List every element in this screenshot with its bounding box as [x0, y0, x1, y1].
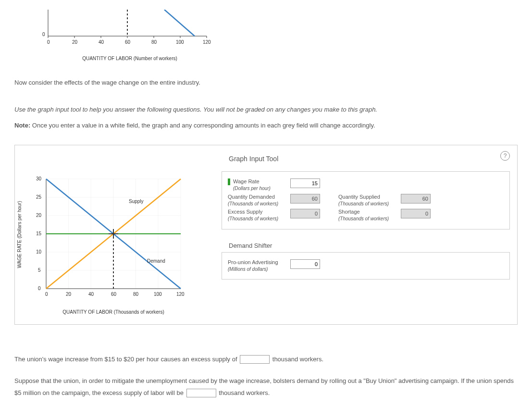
green-bar-icon — [228, 178, 230, 185]
xt0: 0 — [45, 292, 48, 297]
yt5: 5 — [38, 267, 41, 273]
top-x-20: 20 — [72, 39, 77, 45]
tool-col: Graph Input Tool Wage Rate (Dollars per … — [222, 155, 510, 315]
shifter-title: Demand Shifter — [229, 242, 510, 249]
supply-label: Supply — [129, 199, 144, 204]
xt20: 20 — [66, 292, 71, 297]
wage-rate-input[interactable] — [290, 178, 320, 188]
adv-sub: (Millions of dollars) — [228, 267, 268, 272]
top-x-40: 40 — [99, 39, 104, 45]
wage-rate-label: Wage Rate — [233, 178, 260, 184]
q2-b: thousand workers. — [217, 389, 270, 396]
shifter-group: Pro-union Advertising (Millions of dolla… — [222, 252, 510, 280]
yt15: 15 — [36, 231, 41, 236]
top-y-0: 0 — [42, 32, 45, 37]
graph-panel: WAGE RATE (Dollars per hour) — [14, 145, 518, 325]
xt80: 80 — [133, 292, 138, 297]
adv-label: Pro-union Advertising — [228, 259, 278, 265]
q1-pre: The union's wage increase from $15 to $2… — [14, 356, 239, 363]
adv-label-wrap: Pro-union Advertising (Millions of dolla… — [228, 259, 285, 273]
main-xaxis-label: QUANTITY OF LABOR (Thousands of workers) — [46, 309, 181, 315]
intro-line-2: Use the graph input tool to help you ans… — [14, 105, 518, 115]
main-chart-col: WAGE RATE (Dollars per hour) — [20, 155, 202, 315]
xt60: 60 — [111, 292, 116, 297]
top-x-100: 100 — [176, 39, 184, 45]
intro-line-3: Note: Once you enter a value in a white … — [14, 121, 518, 131]
note-prefix: Note: — [14, 122, 30, 129]
q1-input[interactable] — [240, 355, 270, 364]
question-1: The union's wage increase from $15 to $2… — [14, 354, 518, 366]
svg-line-9 — [164, 10, 195, 36]
yt30: 30 — [36, 176, 41, 181]
intro-line-1: Now consider the effects of the wage cha… — [14, 78, 518, 88]
excess-value: 0 — [290, 209, 320, 218]
qs-value: 60 — [401, 194, 431, 204]
tool-title: Graph Input Tool — [229, 155, 510, 163]
shortage-value: 0 — [401, 209, 431, 218]
shortage-label-wrap: Shortage (Thousands of workers) — [338, 209, 396, 222]
yt10: 10 — [36, 249, 41, 254]
excess-label: Excess Supply — [228, 209, 262, 215]
yt20: 20 — [36, 213, 41, 218]
top-chart: 0 0 20 40 60 80 100 120 QUANTITY OF LABO… — [29, 10, 518, 61]
question-2: Suppose that the union, in order to miti… — [14, 375, 518, 399]
qd-label-wrap: Quantity Demanded (Thousands of workers) — [228, 194, 285, 207]
market-group: Wage Rate (Dollars per hour) Quantity De… — [222, 171, 510, 229]
top-chart-svg — [29, 10, 211, 46]
qd-label: Quantity Demanded — [228, 194, 275, 200]
qd-sub: (Thousands of workers) — [228, 201, 278, 206]
main-chart-svg[interactable]: Supply Demand — [20, 174, 193, 299]
qs-sub: (Thousands of workers) — [338, 201, 389, 206]
intro-line-3-body: Once you enter a value in a white field,… — [30, 122, 375, 129]
top-x-0: 0 — [47, 39, 50, 45]
xt40: 40 — [88, 292, 94, 297]
yt25: 25 — [36, 194, 41, 200]
shortage-label: Shortage — [338, 209, 360, 215]
demand-label: Demand — [147, 258, 165, 264]
qs-label: Quantity Supplied — [338, 194, 380, 200]
yt0: 0 — [38, 286, 41, 291]
excess-sub: (Thousands of workers) — [228, 216, 278, 221]
qs-label-wrap: Quantity Supplied (Thousands of workers) — [338, 194, 396, 207]
top-x-80: 80 — [151, 39, 157, 45]
top-xaxis-label: QUANTITY OF LABOR (Number of workers) — [48, 56, 211, 61]
top-x-60: 60 — [125, 39, 130, 45]
wage-rate-label-wrap: Wage Rate (Dollars per hour) — [228, 178, 285, 192]
xt120: 120 — [176, 292, 185, 297]
q2-input[interactable] — [186, 389, 216, 397]
q1-post: thousand workers. — [271, 356, 323, 363]
wage-rate-sub: (Dollars per hour) — [233, 186, 271, 191]
adv-input[interactable] — [290, 259, 320, 269]
top-x-120: 120 — [203, 39, 211, 45]
excess-label-wrap: Excess Supply (Thousands of workers) — [228, 209, 285, 222]
qd-value: 60 — [290, 194, 320, 204]
xt100: 100 — [154, 292, 162, 297]
shortage-sub: (Thousands of workers) — [338, 216, 389, 221]
